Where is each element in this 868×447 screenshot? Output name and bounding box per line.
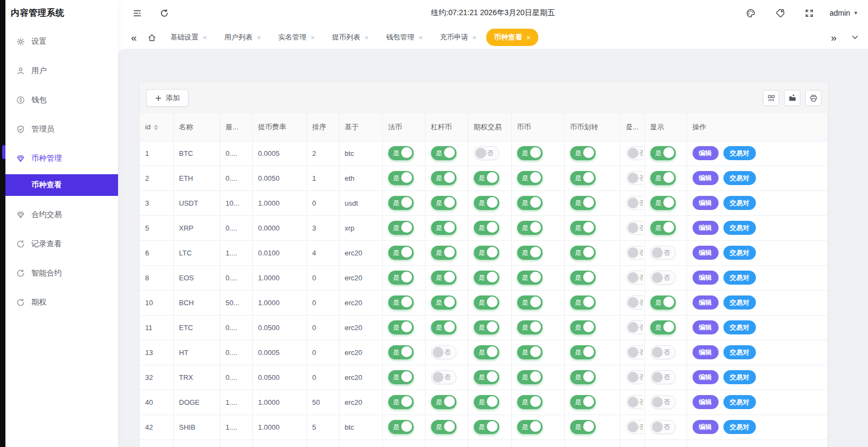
flag-toggle[interactable]: 否 xyxy=(626,246,643,260)
export-icon[interactable] xyxy=(784,90,800,106)
sidebar-item-coin-view[interactable]: 币种查看 xyxy=(5,174,118,196)
sidebar-item-settings[interactable]: 设置 xyxy=(5,27,118,56)
flag-toggle[interactable]: 否 xyxy=(626,146,643,160)
display-toggle[interactable]: 是 xyxy=(650,320,676,334)
options-toggle[interactable]: 是 xyxy=(474,221,499,235)
display-toggle[interactable]: 是 xyxy=(650,171,676,185)
fiat-toggle[interactable]: 是 xyxy=(388,395,414,409)
fiat-toggle[interactable]: 是 xyxy=(388,420,414,434)
tabs-menu-chevron-icon[interactable] xyxy=(851,33,859,42)
display-toggle[interactable]: 否 xyxy=(650,345,676,359)
tab-wallet-manage[interactable]: 钱包管理× xyxy=(378,29,430,46)
fiat-toggle[interactable]: 是 xyxy=(388,146,414,160)
fiat-toggle[interactable]: 是 xyxy=(388,320,414,334)
leverage-toggle[interactable]: 是 xyxy=(431,196,456,210)
sidebar-item-records[interactable]: 记录查看 xyxy=(5,229,118,259)
display-toggle[interactable]: 是 xyxy=(650,196,676,210)
close-icon[interactable]: × xyxy=(526,34,531,41)
flag-toggle[interactable]: 否 xyxy=(626,345,643,359)
edit-button[interactable]: 编辑 xyxy=(693,221,719,235)
flag-toggle[interactable]: 否 xyxy=(626,420,643,434)
sidebar-item-smart-contract[interactable]: 智能合约 xyxy=(5,259,118,288)
flag-toggle[interactable]: 否 xyxy=(626,320,643,334)
spot-toggle[interactable]: 是 xyxy=(517,246,543,260)
edit-button[interactable]: 编辑 xyxy=(693,146,719,160)
tag-icon[interactable] xyxy=(771,4,789,22)
leverage-toggle[interactable]: 是 xyxy=(431,146,456,160)
edit-button[interactable]: 编辑 xyxy=(693,196,719,210)
options-toggle[interactable]: 是 xyxy=(474,295,499,310)
sidebar-item-contract-trade[interactable]: 合约交易 xyxy=(5,200,118,229)
sidebar-item-wallet[interactable]: $钱包 xyxy=(5,86,118,115)
close-icon[interactable]: × xyxy=(257,34,261,41)
flag-toggle[interactable]: 否 xyxy=(626,171,643,185)
options-toggle[interactable]: 是 xyxy=(474,196,499,210)
sidebar-item-users[interactable]: 用户 xyxy=(5,56,118,86)
sidebar-item-options[interactable]: 期权 xyxy=(5,288,118,317)
pairs-button[interactable]: 交易对 xyxy=(723,146,756,160)
leverage-toggle[interactable]: 是 xyxy=(431,271,456,285)
display-toggle[interactable]: 是 xyxy=(650,146,676,160)
close-icon[interactable]: × xyxy=(311,34,315,41)
tab-base-settings[interactable]: 基础设置× xyxy=(163,29,215,46)
flag-toggle[interactable]: 否 xyxy=(626,395,643,409)
display-toggle[interactable]: 是 xyxy=(650,295,676,310)
pairs-button[interactable]: 交易对 xyxy=(723,171,756,185)
close-icon[interactable]: × xyxy=(203,34,207,41)
edit-button[interactable]: 编辑 xyxy=(693,370,719,384)
options-toggle[interactable]: 是 xyxy=(474,345,499,359)
sort-icon[interactable] xyxy=(154,124,158,130)
options-toggle[interactable]: 是 xyxy=(474,271,499,285)
leverage-toggle[interactable]: 是 xyxy=(431,295,456,310)
pairs-button[interactable]: 交易对 xyxy=(723,271,756,285)
pairs-button[interactable]: 交易对 xyxy=(723,246,756,260)
leverage-toggle[interactable]: 是 xyxy=(431,395,456,409)
tab-realname-manage[interactable]: 实名管理× xyxy=(271,29,323,46)
options-toggle[interactable]: 是 xyxy=(474,370,499,384)
options-toggle[interactable]: 是 xyxy=(474,171,499,185)
sidebar-item-admins[interactable]: 管理员 xyxy=(5,115,118,144)
spot-toggle[interactable]: 是 xyxy=(517,370,543,384)
theme-palette-icon[interactable] xyxy=(742,4,760,22)
fiat-toggle[interactable]: 是 xyxy=(388,271,414,285)
edit-button[interactable]: 编辑 xyxy=(693,246,719,260)
home-icon[interactable] xyxy=(143,29,161,45)
pairs-button[interactable]: 交易对 xyxy=(723,196,756,210)
edit-button[interactable]: 编辑 xyxy=(693,395,719,409)
options-toggle[interactable]: 是 xyxy=(474,395,499,409)
fiat-toggle[interactable]: 是 xyxy=(388,246,414,260)
transfer-toggle[interactable]: 是 xyxy=(570,420,596,434)
transfer-toggle[interactable]: 是 xyxy=(570,345,596,359)
fiat-toggle[interactable]: 是 xyxy=(388,221,414,235)
fiat-toggle[interactable]: 是 xyxy=(388,196,414,210)
spot-toggle[interactable]: 是 xyxy=(517,320,543,334)
display-toggle[interactable]: 否 xyxy=(650,420,676,434)
transfer-toggle[interactable]: 是 xyxy=(570,246,596,260)
user-menu[interactable]: admin ▼ xyxy=(830,9,858,17)
tab-deposit-apply[interactable]: 充币申请× xyxy=(433,29,485,46)
transfer-toggle[interactable]: 是 xyxy=(570,171,596,185)
pairs-button[interactable]: 交易对 xyxy=(723,295,756,310)
edit-button[interactable]: 编辑 xyxy=(693,295,719,310)
fiat-toggle[interactable]: 是 xyxy=(388,370,414,384)
leverage-toggle[interactable]: 是 xyxy=(431,246,456,260)
transfer-toggle[interactable]: 是 xyxy=(570,146,596,160)
spot-toggle[interactable]: 是 xyxy=(517,345,543,359)
leverage-toggle[interactable]: 是 xyxy=(431,320,456,334)
transfer-toggle[interactable]: 是 xyxy=(570,295,596,310)
display-toggle[interactable]: 否 xyxy=(650,395,676,409)
edit-button[interactable]: 编辑 xyxy=(693,345,719,359)
leverage-toggle[interactable]: 是 xyxy=(431,221,456,235)
flag-toggle[interactable]: 否 xyxy=(626,196,643,210)
options-toggle[interactable]: 否 xyxy=(474,146,499,160)
spot-toggle[interactable]: 是 xyxy=(517,171,543,185)
pairs-button[interactable]: 交易对 xyxy=(723,395,756,409)
edit-button[interactable]: 编辑 xyxy=(693,320,719,334)
flag-toggle[interactable]: 否 xyxy=(626,370,643,384)
display-toggle[interactable]: 是 xyxy=(650,221,676,235)
options-toggle[interactable]: 是 xyxy=(474,420,499,434)
fullscreen-icon[interactable] xyxy=(800,4,819,22)
options-toggle[interactable]: 是 xyxy=(474,246,499,260)
transfer-toggle[interactable]: 是 xyxy=(570,196,596,210)
options-toggle[interactable]: 是 xyxy=(474,320,499,334)
